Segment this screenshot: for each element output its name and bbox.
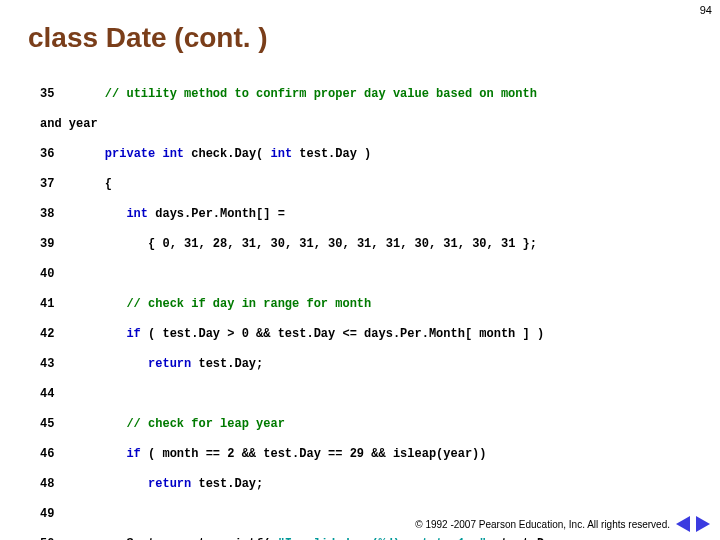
number: 30 [472, 237, 486, 251]
code-text: test.Day; [191, 357, 263, 371]
line-num: 38 [40, 207, 54, 221]
number: 30 [270, 237, 284, 251]
page-number: 94 [700, 4, 712, 16]
keyword: int [126, 207, 148, 221]
number: 0 [242, 327, 249, 341]
code-text: && isleap(year)) [364, 447, 486, 461]
number: 31 [443, 237, 457, 251]
number: 31 [184, 237, 198, 251]
comma: , [227, 237, 241, 251]
prev-slide-icon[interactable] [676, 516, 690, 532]
comma: , [343, 237, 357, 251]
code-text: && test.Day <= days.Per.Month[ month ] ) [249, 327, 544, 341]
number: 30 [328, 237, 342, 251]
comma: , [429, 237, 443, 251]
line-num: 41 [40, 297, 54, 311]
comment: // check if day in range for month [126, 297, 371, 311]
line-num: 49 [40, 507, 54, 521]
line-num: 39 [40, 237, 54, 251]
copyright-text: © 1992 -2007 Pearson Education, Inc. All… [415, 519, 670, 530]
symbol: { [148, 237, 162, 251]
line-num: 42 [40, 327, 54, 341]
keyword: return [148, 477, 191, 491]
number: 30 [415, 237, 429, 251]
number: 31 [386, 237, 400, 251]
comment: // check for leap year [126, 417, 284, 431]
line-num: 37 [40, 177, 54, 191]
code-text: && test.Day == [234, 447, 349, 461]
comment: // utility method to confirm proper day … [105, 87, 537, 101]
code-text: ( test.Day > [141, 327, 242, 341]
keyword: if [126, 327, 140, 341]
line-num: 40 [40, 267, 54, 281]
comma: , [400, 237, 414, 251]
line-num: 36 [40, 147, 54, 161]
number: 31 [299, 237, 313, 251]
code-text: test.Day; [191, 477, 263, 491]
comma: , [458, 237, 472, 251]
code-text: days.Per.Month[] = [148, 207, 285, 221]
number: 31 [357, 237, 371, 251]
keyword: if [126, 447, 140, 461]
keyword: int [270, 147, 292, 161]
code-text: ( month == [141, 447, 227, 461]
slide-title: class Date (cont. ) [28, 22, 720, 54]
symbol: }; [515, 237, 537, 251]
keyword: return [148, 357, 191, 371]
comma: , [487, 237, 501, 251]
keyword: private [105, 147, 155, 161]
symbol: { [105, 177, 112, 191]
comma: , [170, 237, 184, 251]
code-block: 35 // utility method to confirm proper d… [40, 72, 720, 540]
comma: , [198, 237, 212, 251]
line-num: 45 [40, 417, 54, 431]
keyword: int [162, 147, 184, 161]
line-num: 46 [40, 447, 54, 461]
code-text: test.Day ) [292, 147, 371, 161]
line-num: 48 [40, 477, 54, 491]
number: 29 [350, 447, 364, 461]
line-num: 35 [40, 87, 54, 101]
comma: , [314, 237, 328, 251]
wrap-text: and year [40, 117, 98, 131]
comma: , [256, 237, 270, 251]
line-num: 43 [40, 357, 54, 371]
comma: , [371, 237, 385, 251]
number: 0 [162, 237, 169, 251]
next-slide-icon[interactable] [696, 516, 710, 532]
comma: , [285, 237, 299, 251]
line-num: 44 [40, 387, 54, 401]
footer: © 1992 -2007 Pearson Education, Inc. All… [415, 516, 710, 532]
code-text: check.Day( [191, 147, 270, 161]
number: 31 [501, 237, 515, 251]
number: 28 [213, 237, 227, 251]
number: 31 [242, 237, 256, 251]
